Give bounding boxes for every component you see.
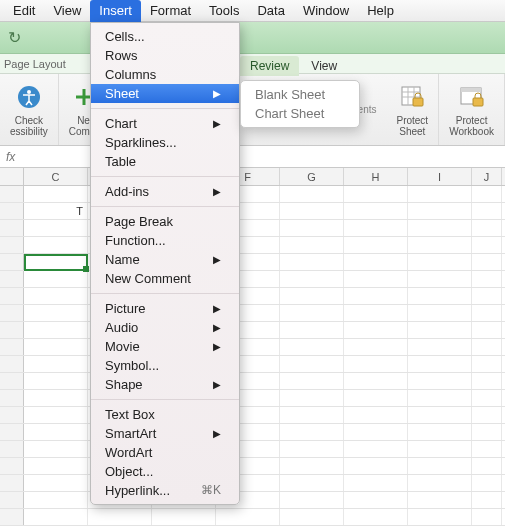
tab-view[interactable]: View [301,56,347,76]
cell[interactable] [408,203,472,219]
cell[interactable] [408,509,472,525]
cell[interactable] [344,373,408,389]
cell[interactable] [280,458,344,474]
mi-wordart[interactable]: WordArt [91,443,239,462]
mi-sparklines[interactable]: Sparklines... [91,133,239,152]
cell[interactable] [408,305,472,321]
cell[interactable] [280,237,344,253]
cell[interactable] [280,254,344,270]
cell[interactable] [280,220,344,236]
cell[interactable] [472,254,502,270]
cell[interactable] [344,424,408,440]
cell[interactable] [408,441,472,457]
cell[interactable] [472,288,502,304]
cell[interactable] [344,254,408,270]
cell[interactable] [408,475,472,491]
cell[interactable] [408,458,472,474]
cell[interactable] [344,509,408,525]
mi-sheet[interactable]: Sheet▶ [91,84,239,103]
cell[interactable] [280,509,344,525]
cell[interactable] [280,288,344,304]
menu-tools[interactable]: Tools [200,0,248,22]
cell[interactable] [24,186,88,202]
cell[interactable] [280,424,344,440]
cell[interactable] [408,492,472,508]
cell[interactable] [344,203,408,219]
cell[interactable] [408,407,472,423]
cell[interactable] [472,475,502,491]
cell[interactable] [24,339,88,355]
mi-hyperlink[interactable]: Hyperlink...⌘K [91,481,239,500]
mi-pagebreak[interactable]: Page Break [91,212,239,231]
mi-chart[interactable]: Chart▶ [91,114,239,133]
cell[interactable] [24,424,88,440]
cell[interactable] [152,509,216,525]
cell[interactable] [280,475,344,491]
cell[interactable] [24,407,88,423]
cell[interactable] [472,271,502,287]
cell[interactable] [344,220,408,236]
active-cell[interactable] [24,254,88,271]
cell[interactable] [280,441,344,457]
cell[interactable] [216,509,280,525]
cell[interactable] [472,322,502,338]
mi-shape[interactable]: Shape▶ [91,375,239,394]
cell[interactable] [472,509,502,525]
cell[interactable] [280,390,344,406]
cell[interactable] [344,458,408,474]
cell[interactable] [472,373,502,389]
cell[interactable] [24,237,88,253]
cell[interactable] [24,305,88,321]
cell[interactable] [280,492,344,508]
cell[interactable] [344,390,408,406]
cell[interactable] [408,288,472,304]
cell[interactable] [408,339,472,355]
menu-view[interactable]: View [44,0,90,22]
cell[interactable] [408,390,472,406]
mi-cells[interactable]: Cells... [91,27,239,46]
col-H[interactable]: H [344,168,408,185]
cell[interactable] [408,356,472,372]
cell[interactable] [472,390,502,406]
cell[interactable] [280,356,344,372]
cell[interactable] [344,356,408,372]
cell[interactable] [472,203,502,219]
cell[interactable] [472,441,502,457]
menu-help[interactable]: Help [358,0,403,22]
mi-name[interactable]: Name▶ [91,250,239,269]
cell[interactable] [344,339,408,355]
protect-sheet-button[interactable]: Protect Sheet [386,74,439,145]
menu-window[interactable]: Window [294,0,358,22]
mi-chart-sheet[interactable]: Chart Sheet [241,104,359,123]
cell[interactable] [280,373,344,389]
cell[interactable] [24,220,88,236]
cell[interactable] [280,322,344,338]
cell[interactable] [24,288,88,304]
mi-table[interactable]: Table [91,152,239,171]
cell[interactable] [472,356,502,372]
cell[interactable] [408,424,472,440]
cell[interactable] [472,492,502,508]
mi-addins[interactable]: Add-ins▶ [91,182,239,201]
cell[interactable] [280,203,344,219]
cell[interactable] [280,186,344,202]
menu-data[interactable]: Data [248,0,293,22]
menu-edit[interactable]: Edit [4,0,44,22]
cell[interactable]: T [24,203,88,219]
cell[interactable] [24,390,88,406]
cell[interactable] [344,322,408,338]
cell[interactable] [344,271,408,287]
cell[interactable] [24,509,88,525]
cell[interactable] [408,254,472,270]
mi-function[interactable]: Function... [91,231,239,250]
cell[interactable] [472,339,502,355]
cell[interactable] [24,373,88,389]
cell[interactable] [344,475,408,491]
mi-object[interactable]: Object... [91,462,239,481]
mi-blank-sheet[interactable]: Blank Sheet [241,85,359,104]
check-accessibility-button[interactable]: Check essibility [0,74,59,145]
cell[interactable] [344,186,408,202]
cell[interactable] [24,441,88,457]
cell[interactable] [344,441,408,457]
col-G[interactable]: G [280,168,344,185]
